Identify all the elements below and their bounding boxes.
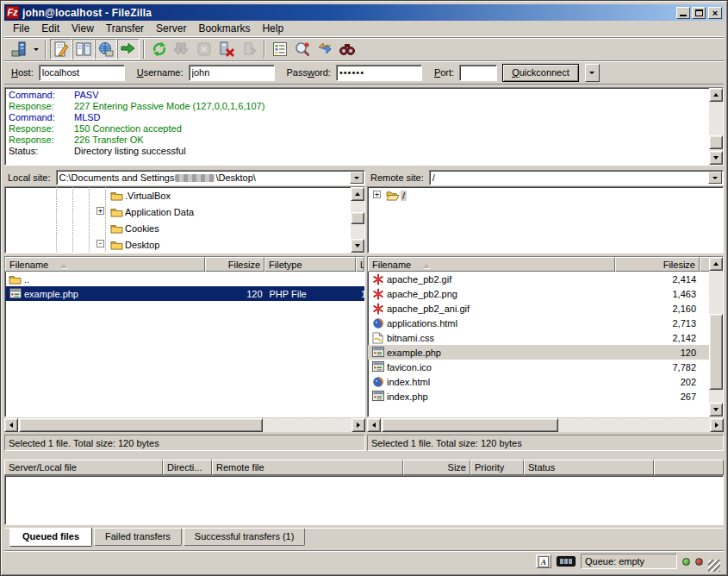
queue-column-priority[interactable]: Priority <box>470 460 524 475</box>
scroll-down-button[interactable] <box>709 151 723 165</box>
filesize-cell: 2,414 <box>615 272 700 286</box>
port-input[interactable] <box>459 65 497 81</box>
tree-expander[interactable]: - <box>96 240 104 247</box>
tree-expander[interactable]: + <box>96 207 104 215</box>
minimize-button[interactable] <box>676 7 690 19</box>
scroll-up-button[interactable] <box>351 187 364 201</box>
scrollbar-thumb[interactable] <box>709 135 723 149</box>
scroll-left-button[interactable] <box>367 418 381 432</box>
column-header-filesize[interactable]: Filesize <box>205 257 264 272</box>
queue-column-status[interactable]: Status <box>524 460 654 475</box>
menu-edit[interactable]: Edit <box>35 21 65 36</box>
queue-body[interactable] <box>4 475 724 525</box>
tree-item-desktop[interactable]: -Desktop <box>5 236 364 253</box>
tree-item-label: Desktop <box>123 240 161 250</box>
scrollbar-thumb[interactable] <box>351 212 364 224</box>
tab-failed-transfers[interactable]: Failed transfers <box>94 529 182 546</box>
file-row[interactable]: apache_pb2_ani.gif2,160 <box>368 301 723 316</box>
local-tree-scrollbar[interactable] <box>351 187 364 253</box>
file-row[interactable]: applications.html2,713 <box>368 316 723 330</box>
tree-item-root[interactable]: +/ <box>368 187 723 203</box>
local-h-scrollbar[interactable] <box>4 418 365 432</box>
tree-item--virtualbox[interactable]: .VirtualBox <box>5 187 364 203</box>
file-row[interactable]: index.html202 <box>368 374 723 389</box>
file-row[interactable]: example.php120PHP File1 <box>5 286 364 301</box>
refresh-button[interactable] <box>148 39 171 59</box>
quickconnect-button[interactable]: Quickconnect <box>502 64 579 82</box>
queue-column-blank[interactable] <box>654 460 724 475</box>
remote-site-combo[interactable]: / <box>429 170 724 185</box>
scroll-right-button[interactable] <box>352 418 365 432</box>
remote-list-scrollbar[interactable] <box>709 257 723 416</box>
queue-column-server-local-file[interactable]: Server/Local file <box>4 460 163 475</box>
scrollbar-thumb[interactable] <box>709 314 723 390</box>
tree-item-application-data[interactable]: +Application Data <box>5 203 364 220</box>
disconnect-button[interactable] <box>215 39 238 59</box>
password-input[interactable] <box>336 65 422 81</box>
local-site-dropdown[interactable] <box>350 172 364 184</box>
username-input[interactable] <box>189 65 275 81</box>
menu-server[interactable]: Server <box>150 21 192 36</box>
toggle-transfer-queue-button[interactable] <box>117 39 140 59</box>
toggle-remote-tree-button[interactable] <box>95 39 117 59</box>
menu-file[interactable]: File <box>7 21 35 36</box>
tab-queued-files[interactable]: Queued files <box>9 528 92 547</box>
column-header-filesize[interactable]: Filesize <box>615 257 700 272</box>
username-label: Username: <box>137 67 184 78</box>
filetype-cell: PHP File <box>266 286 358 301</box>
arrow-down-icon <box>713 156 719 162</box>
local-site-combo[interactable]: C:\Documents and Settings\Desktop\ <box>56 170 365 185</box>
scroll-down-button[interactable] <box>351 239 364 253</box>
column-header-last-modified[interactable]: Last modified <box>356 257 364 272</box>
directory-comparison-button[interactable] <box>291 39 314 59</box>
remote-site-dropdown[interactable] <box>708 172 722 184</box>
scrollbar-thumb[interactable] <box>382 418 558 432</box>
remote-h-scrollbar[interactable] <box>367 418 724 432</box>
menu-transfer[interactable]: Transfer <box>100 21 150 36</box>
find-files-button[interactable] <box>336 39 358 59</box>
synchronized-browsing-button[interactable] <box>314 39 336 59</box>
title-bar[interactable]: Fz john@localhost - FileZilla × <box>4 4 724 21</box>
queue-column-directi-[interactable]: Directi... <box>163 460 212 475</box>
scroll-left-button[interactable] <box>4 418 18 432</box>
menu-view[interactable]: View <box>65 21 100 36</box>
chevron-down-icon <box>354 177 359 182</box>
resize-grip[interactable] <box>708 560 720 572</box>
close-button[interactable]: × <box>708 7 722 19</box>
tree-expander[interactable]: + <box>373 191 381 198</box>
menu-help[interactable]: Help <box>256 21 289 36</box>
file-row[interactable]: example.php120 <box>368 345 723 360</box>
menu-bookmarks[interactable]: Bookmarks <box>192 21 256 36</box>
column-header-filename[interactable]: Filename <box>5 257 205 272</box>
process-queue-button <box>171 39 193 59</box>
file-row[interactable]: apache_pb2.png1,463 <box>368 286 723 301</box>
maximize-button[interactable] <box>692 7 706 19</box>
scroll-right-button[interactable] <box>710 418 724 432</box>
column-header-label: Remote file <box>216 462 264 473</box>
scroll-down-button[interactable] <box>709 403 723 416</box>
scroll-up-button[interactable] <box>709 257 723 271</box>
column-header-filetype[interactable]: Filetype <box>264 257 356 272</box>
filename-cell: .. <box>5 272 206 286</box>
host-input[interactable] <box>39 65 125 81</box>
file-row[interactable]: bitnami.css2,142 <box>368 330 723 345</box>
file-row[interactable]: apache_pb2.gif2,414 <box>368 272 723 286</box>
log-scrollbar[interactable] <box>709 88 723 165</box>
file-row[interactable]: .. <box>5 272 364 286</box>
queue-column-remote-file[interactable]: Remote file <box>212 460 403 475</box>
quickconnect-dropdown[interactable] <box>585 64 600 82</box>
toggle-local-tree-button[interactable] <box>72 39 95 59</box>
toggle-message-log-button[interactable] <box>50 39 72 59</box>
scroll-up-button[interactable] <box>709 88 723 102</box>
filesize-cell: 267 <box>615 389 700 404</box>
filter-button[interactable] <box>269 39 291 59</box>
queue-column-size[interactable]: Size <box>403 460 470 475</box>
tab-successful-transfers-1-[interactable]: Successful transfers (1) <box>184 529 306 546</box>
tree-item-cookies[interactable]: Cookies <box>5 220 364 236</box>
file-row[interactable]: favicon.ico7,782 <box>368 360 723 374</box>
file-row[interactable]: index.php267 <box>368 389 723 404</box>
column-header-filename[interactable]: Filename <box>368 257 615 272</box>
site-manager-button[interactable] <box>8 39 30 59</box>
scrollbar-thumb[interactable] <box>19 418 263 432</box>
site-manager-dropdown[interactable] <box>30 39 41 59</box>
